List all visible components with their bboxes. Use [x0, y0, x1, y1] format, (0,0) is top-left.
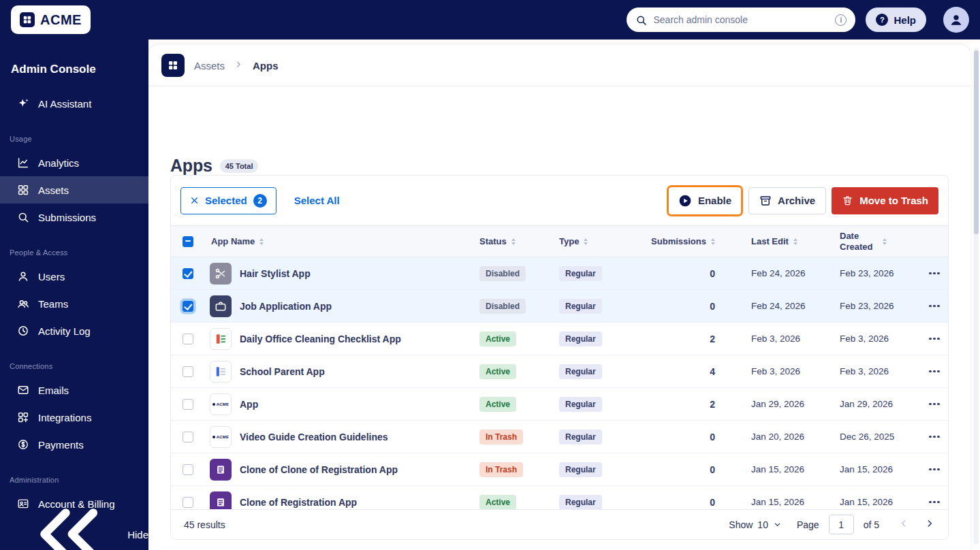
app-name[interactable]: Hair Stylist App: [240, 268, 311, 279]
scrollbar-thumb[interactable]: [974, 50, 979, 234]
table-row[interactable]: ACME App Active Regular 2 Jan 29, 2026 J…: [171, 388, 948, 421]
status-badge: Disabled: [479, 266, 526, 281]
status-badge: Active: [479, 495, 516, 510]
table-header: App Name Status Type Submissions Last Ed…: [171, 226, 948, 257]
sort-last-edit[interactable]: [793, 238, 797, 245]
top-bar: ACME Help: [0, 0, 980, 39]
table-row[interactable]: Daily Office Cleaning Checklist App Acti…: [171, 323, 948, 355]
brand-logo[interactable]: ACME: [11, 5, 91, 34]
table-row[interactable]: ACME Video Guide Creation Guidelines In …: [171, 421, 948, 453]
next-page-button[interactable]: [924, 518, 935, 531]
sidebar-item-teams[interactable]: Teams: [0, 290, 148, 317]
clock-icon: [17, 325, 29, 337]
sidebar-section-usage: Usage: [10, 135, 148, 143]
sort-status[interactable]: [511, 238, 516, 245]
breadcrumb: Assets Apps: [148, 45, 970, 86]
table-row[interactable]: Clone of Clone of Registration App In Tr…: [171, 453, 948, 486]
app-name[interactable]: School Parent App: [240, 366, 325, 377]
row-actions-button[interactable]: [923, 459, 945, 481]
document-app-icon: [210, 361, 232, 383]
row-actions-button[interactable]: [923, 295, 945, 317]
app-name[interactable]: Daily Office Cleaning Checklist App: [240, 334, 401, 344]
user-avatar[interactable]: [943, 7, 969, 33]
sort-submissions[interactable]: [711, 238, 715, 245]
row-checkbox[interactable]: [183, 432, 193, 442]
app-name[interactable]: Job Application App: [240, 301, 332, 312]
row-checkbox[interactable]: [183, 399, 193, 410]
page-scrollbar[interactable]: [974, 48, 979, 545]
select-all-checkbox[interactable]: [183, 236, 193, 247]
type-badge: Regular: [559, 462, 602, 477]
column-submissions: Submissions: [651, 236, 706, 246]
sidebar-item-activity-log[interactable]: Activity Log: [0, 317, 148, 344]
sidebar-item-label: Activity Log: [38, 325, 91, 337]
app-name[interactable]: Clone of Clone of Registration App: [240, 464, 398, 475]
sidebar-item-integrations[interactable]: Integrations: [0, 404, 148, 431]
column-app-name: App Name: [211, 236, 255, 246]
sidebar-item-label: Teams: [38, 298, 68, 310]
archive-button[interactable]: Archive: [748, 187, 826, 214]
last-edit-date: Feb 24, 2026: [722, 301, 839, 311]
move-to-trash-button[interactable]: Move to Trash: [832, 187, 938, 214]
last-edit-date: Feb 3, 2026: [722, 334, 839, 344]
row-checkbox[interactable]: [183, 497, 193, 508]
search-icon: [635, 14, 647, 26]
chevron-right-icon: [234, 59, 243, 71]
previous-page-button[interactable]: [898, 518, 909, 531]
status-badge: In Trash: [479, 462, 523, 477]
archive-label: Archive: [778, 195, 815, 206]
app-name[interactable]: Clone of Registration App: [240, 497, 357, 508]
row-checkbox[interactable]: [183, 334, 193, 344]
results-count: 45 results: [184, 519, 225, 530]
sidebar-item-emails[interactable]: Emails: [0, 376, 148, 404]
person-icon: [949, 12, 964, 27]
app-name[interactable]: App: [240, 399, 258, 410]
row-checkbox[interactable]: [183, 268, 193, 279]
row-actions-button[interactable]: [923, 426, 945, 448]
status-badge: Active: [479, 364, 516, 379]
sidebar-item-label: Submissions: [38, 212, 96, 223]
row-actions-button[interactable]: [923, 361, 945, 383]
sidebar-item-assets[interactable]: Assets: [0, 176, 148, 204]
sidebar-item-ai-assistant[interactable]: AI Assistant: [0, 90, 148, 117]
clear-selection-button[interactable]: Selected 2: [180, 187, 276, 214]
chevron-left-icon: [898, 518, 909, 529]
row-checkbox[interactable]: [183, 301, 193, 312]
info-icon[interactable]: [835, 14, 847, 26]
sort-app-name[interactable]: [259, 238, 264, 245]
apps-grid-icon: [161, 54, 185, 77]
row-actions-button[interactable]: [923, 263, 945, 285]
sort-type[interactable]: [584, 238, 588, 245]
sidebar-item-payments[interactable]: Payments: [0, 431, 148, 458]
row-actions-button[interactable]: [923, 328, 945, 350]
page-size-select[interactable]: Show 10: [729, 519, 782, 530]
page-number-input[interactable]: [829, 515, 854, 534]
enable-button[interactable]: Enable: [669, 187, 741, 214]
sidebar-item-analytics[interactable]: Analytics: [0, 149, 148, 176]
table-row[interactable]: School Parent App Active Regular 4 Feb 3…: [171, 355, 948, 388]
table-row[interactable]: Job Application App Disabled Regular 0 F…: [171, 290, 948, 323]
chevron-down-icon: [773, 520, 782, 529]
sidebar-item-users[interactable]: Users: [0, 263, 148, 290]
row-checkbox[interactable]: [183, 366, 193, 377]
sort-date-created[interactable]: [883, 238, 887, 245]
app-name[interactable]: Video Guide Creation Guidelines: [240, 432, 388, 442]
breadcrumb-assets[interactable]: Assets: [194, 60, 225, 71]
show-value: 10: [757, 519, 768, 530]
sidebar-item-submissions[interactable]: Submissions: [0, 204, 148, 231]
help-button[interactable]: Help: [866, 7, 926, 32]
brand-logo-icon: [20, 12, 35, 27]
row-actions-button[interactable]: [923, 393, 945, 415]
submissions-count: 0: [628, 432, 722, 442]
table-row[interactable]: Hair Stylist App Disabled Regular 0 Feb …: [171, 257, 948, 290]
row-checkbox[interactable]: [183, 464, 193, 475]
dollar-icon: [17, 438, 29, 451]
select-all-button[interactable]: Select All: [294, 195, 340, 206]
play-circle-icon: [678, 194, 692, 208]
submissions-count: 4: [628, 366, 722, 377]
hide-label: Hide: [127, 529, 148, 540]
search-input[interactable]: [653, 14, 829, 25]
sidebar-hide-button[interactable]: Hide: [0, 521, 148, 548]
last-edit-date: Feb 24, 2026: [722, 268, 839, 278]
enable-label: Enable: [698, 195, 731, 206]
